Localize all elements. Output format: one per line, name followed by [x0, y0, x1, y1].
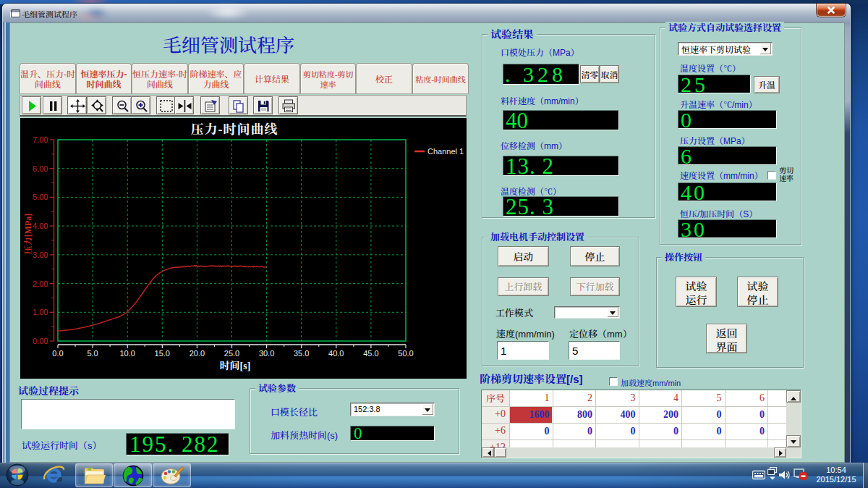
- svg-text:10.0: 10.0: [119, 349, 135, 358]
- svg-text:45.0: 45.0: [363, 349, 378, 358]
- svg-text:25.0: 25.0: [224, 349, 239, 358]
- svg-text:5.0: 5.0: [87, 349, 98, 358]
- svg-text:1.00: 1.00: [33, 308, 48, 316]
- svg-text:50.0: 50.0: [398, 349, 413, 358]
- svg-text:0.00: 0.00: [33, 337, 48, 345]
- svg-text:15.0: 15.0: [155, 349, 170, 358]
- svg-text:35.0: 35.0: [294, 349, 309, 358]
- svg-text:0.0: 0.0: [52, 349, 63, 358]
- svg-text:时间[s]: 时间[s]: [220, 358, 251, 372]
- svg-text:4.00: 4.00: [33, 222, 48, 230]
- svg-text:30.0: 30.0: [259, 349, 274, 358]
- svg-text:压力-时间曲线: 压力-时间曲线: [191, 119, 278, 138]
- svg-text:5.00: 5.00: [33, 193, 48, 201]
- svg-text:6.00: 6.00: [33, 164, 48, 173]
- svg-text:20.0: 20.0: [190, 349, 205, 358]
- svg-text:Channel 1: Channel 1: [427, 147, 464, 156]
- svg-text:7.00: 7.00: [33, 135, 48, 144]
- svg-text:2.00: 2.00: [33, 279, 48, 288]
- svg-text:40.0: 40.0: [328, 349, 344, 358]
- svg-text:3.00: 3.00: [33, 251, 48, 259]
- svg-text:压力[MPa]: 压力[MPa]: [21, 214, 33, 255]
